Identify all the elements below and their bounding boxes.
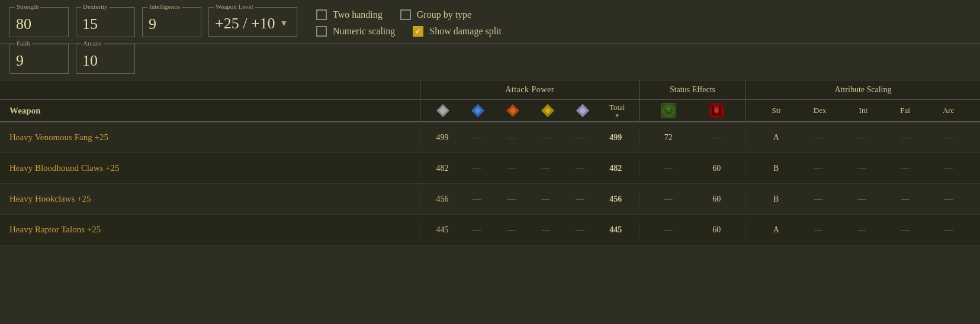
magic-cell: —: [466, 133, 487, 142]
strength-label: Strength: [15, 3, 40, 10]
group-by-type-label: Group by type: [417, 9, 471, 20]
holy-cell: —: [570, 133, 591, 142]
weapon-name-cell[interactable]: Heavy Hookclaws +25: [0, 189, 420, 209]
weapon-name-cell[interactable]: Heavy Venomous Fang +25: [0, 128, 420, 147]
intelligence-value[interactable]: 9: [149, 15, 195, 33]
str-cell: B: [767, 195, 786, 204]
int-header: Int: [859, 106, 867, 115]
attribute-scaling-group-header: Attribute Scaling: [746, 80, 980, 99]
poison-status-icon: [661, 103, 676, 118]
int-cell: —: [851, 225, 872, 235]
total-cell: 456: [604, 195, 628, 204]
table-row: Heavy Bloodhound Claws +25 482 — — — — 4…: [0, 153, 980, 184]
dex-cell: —: [808, 195, 829, 204]
table-row: Heavy Venomous Fang +25 499 — — — — 499 …: [0, 122, 980, 153]
total-cell: 499: [604, 133, 628, 142]
status-effects-group-header: Status Effects: [640, 80, 746, 99]
weapon-level-box[interactable]: Weapon Level +25 / +10 ▼: [208, 7, 297, 37]
fire-cell: —: [500, 225, 522, 235]
group-header-row: Attack Power Status Effects Attribute Sc…: [0, 80, 980, 100]
arcane-label: Arcane: [81, 40, 104, 47]
physical-cell: 499: [432, 133, 453, 142]
dexterity-box[interactable]: Dexterity 15: [76, 7, 135, 37]
arcane-value[interactable]: 10: [82, 51, 128, 70]
fire-cell: —: [500, 164, 522, 173]
weapon-sub-header: Weapon: [0, 101, 420, 121]
fire-cell: —: [500, 195, 522, 204]
weapon-level-dropdown-icon[interactable]: ▼: [280, 19, 288, 28]
dex-cell: —: [808, 225, 829, 235]
status-icons-group: [640, 101, 746, 121]
lightning-cell: —: [535, 164, 557, 173]
weapon-name-cell[interactable]: Heavy Raptor Talons +25: [0, 220, 420, 239]
attack-power-group-header: Attack Power: [420, 80, 640, 99]
two-handing-box[interactable]: [316, 9, 327, 20]
magic-cell: —: [466, 164, 487, 173]
strength-box[interactable]: Strength 80: [9, 7, 69, 37]
int-cell: —: [851, 133, 872, 142]
faith-value[interactable]: 9: [16, 51, 62, 70]
intelligence-label: Intelligence: [147, 3, 182, 10]
physical-cell: 482: [432, 164, 453, 173]
magic-damage-icon: [470, 102, 486, 119]
numeric-scaling-label: Numeric scaling: [333, 26, 395, 37]
checkboxes-panel: Two handing Group by type Numeric scalin…: [316, 9, 502, 37]
arc-cell: —: [938, 225, 959, 235]
intelligence-box[interactable]: Intelligence 9: [142, 7, 201, 37]
show-damage-split-checkbox[interactable]: ✓ Show damage split: [413, 26, 502, 37]
dexterity-value[interactable]: 15: [82, 15, 128, 33]
group-by-type-box[interactable]: [400, 9, 411, 20]
status2-cell: —: [706, 133, 727, 142]
second-stats-row: Faith 9 Arcane 10: [0, 44, 980, 80]
dex-header: Dex: [814, 106, 827, 115]
checkbox-row-2: Numeric scaling ✓ Show damage split: [316, 26, 502, 37]
sub-header-row: Weapon: [0, 100, 980, 122]
table-row: Heavy Hookclaws +25 456 — — — — 456 — 60…: [0, 184, 980, 215]
lightning-cell: —: [535, 225, 557, 235]
str-cell: A: [767, 133, 786, 142]
faith-box[interactable]: Faith 9: [9, 44, 69, 74]
total-cell: 482: [604, 164, 628, 173]
weapon-level-value: +25 / +10: [215, 15, 275, 33]
weapon-name-cell[interactable]: Heavy Bloodhound Claws +25: [0, 158, 420, 178]
physical-cell: 456: [432, 195, 453, 204]
status1-cell: —: [658, 225, 679, 235]
status2-cell: 60: [706, 195, 727, 204]
lightning-cell: —: [535, 195, 557, 204]
strength-value[interactable]: 80: [16, 15, 62, 33]
holy-cell: —: [570, 164, 591, 173]
lightning-cell: —: [535, 133, 557, 142]
fai-cell: —: [895, 164, 916, 173]
arc-cell: —: [938, 133, 959, 142]
scaling-cells: B — — — —: [746, 161, 980, 176]
total-sort-icon[interactable]: ▼: [614, 112, 620, 119]
attack-cells: 445 — — — — 445: [420, 223, 640, 237]
show-damage-split-label: Show damage split: [429, 26, 502, 37]
total-sub-header[interactable]: Total ▼: [609, 103, 625, 119]
checkbox-row-1: Two handing Group by type: [316, 9, 502, 20]
weapon-name-group-header: [0, 80, 420, 99]
group-by-type-checkbox[interactable]: Group by type: [400, 9, 471, 20]
status-cells: — 60: [640, 223, 746, 237]
holy-damage-icon: [574, 102, 591, 119]
table-rows-container: Heavy Venomous Fang +25 499 — — — — 499 …: [0, 122, 980, 245]
show-damage-split-box[interactable]: ✓: [413, 26, 423, 37]
two-handing-checkbox[interactable]: Two handing: [316, 9, 383, 20]
bleed-status-icon: [709, 103, 724, 118]
numeric-scaling-checkbox[interactable]: Numeric scaling: [316, 26, 395, 37]
weapon-table: Attack Power Status Effects Attribute Sc…: [0, 80, 980, 245]
physical-damage-icon: [435, 102, 451, 119]
numeric-scaling-box[interactable]: [316, 26, 327, 37]
str-cell: A: [767, 225, 786, 235]
status1-cell: —: [658, 195, 679, 204]
int-cell: —: [851, 164, 872, 173]
total-cell: 445: [604, 225, 628, 235]
status-cells: — 60: [640, 161, 746, 176]
svg-point-11: [667, 109, 670, 112]
fai-header: Fai: [900, 106, 910, 115]
str-header: Str: [772, 106, 781, 115]
scaling-sub-headers: Str Dex Int Fai Arc: [746, 103, 980, 118]
str-cell: B: [767, 164, 786, 173]
arcane-box[interactable]: Arcane 10: [76, 44, 135, 74]
checkmark-icon: ✓: [415, 28, 421, 35]
